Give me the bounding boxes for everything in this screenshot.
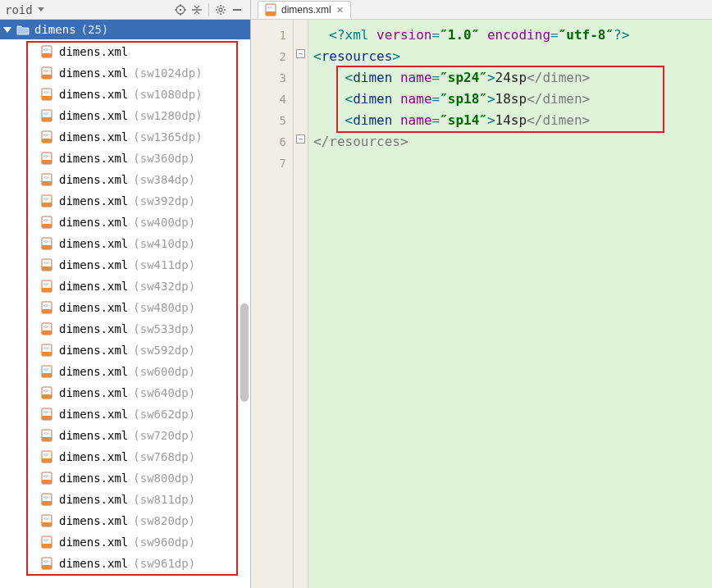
file-name: dimens.xml [59, 386, 128, 399]
file-item[interactable]: <>dimens.xml [0, 41, 250, 62]
expand-icon[interactable] [3, 27, 11, 33]
svg-rect-93 [266, 11, 276, 16]
tab-label: dimens.xml [281, 4, 331, 16]
file-qualifier: (sw400dp) [133, 216, 195, 229]
xml-file-icon: <> [41, 66, 54, 80]
xml-file-icon: <> [265, 3, 276, 16]
svg-rect-48 [42, 267, 52, 271]
xml-file-icon: <> [41, 45, 54, 58]
file-item[interactable]: <>dimens.xml(sw1080dp) [0, 84, 250, 105]
folder-name: dimens [34, 23, 76, 36]
svg-rect-84 [42, 522, 52, 526]
fold-marker-open[interactable]: − [296, 49, 305, 58]
line-number: 2 [251, 46, 293, 67]
svg-rect-39 [42, 203, 52, 207]
file-item[interactable]: <>dimens.xml(sw662dp) [0, 403, 250, 425]
line-number: 1 [251, 25, 293, 46]
scrollbar-thumb[interactable] [240, 303, 249, 402]
fold-marker-close[interactable]: − [296, 134, 305, 144]
svg-rect-36 [42, 181, 52, 185]
file-item[interactable]: <>dimens.xml(sw800dp) [0, 467, 250, 489]
file-qualifier: (sw384dp) [133, 173, 195, 186]
tab-dimens-xml[interactable]: <> dimens.xml ✕ [258, 1, 351, 19]
file-item[interactable]: <>dimens.xml(sw392dp) [0, 190, 250, 212]
svg-rect-51 [42, 288, 52, 292]
file-item[interactable]: <>dimens.xml(sw1280dp) [0, 105, 250, 126]
svg-rect-18 [42, 53, 52, 57]
xml-file-icon: <> [41, 344, 54, 357]
fold-column: − − [294, 20, 308, 588]
file-item[interactable]: <>dimens.xml(sw592dp) [0, 340, 250, 361]
svg-rect-66 [42, 394, 52, 399]
file-qualifier: (sw1080dp) [133, 88, 202, 101]
file-item[interactable]: <>dimens.xml(sw961dp) [0, 553, 250, 574]
file-name: dimens.xml [59, 280, 128, 293]
file-item[interactable]: <>dimens.xml(sw384dp) [0, 169, 250, 190]
file-item[interactable]: <>dimens.xml(sw768dp) [0, 446, 250, 467]
xml-file-icon: <> [41, 386, 54, 399]
code-line: <?xml version=″1.0″ encoding=″utf-8″?> [308, 25, 712, 46]
file-item[interactable]: <>dimens.xml(sw400dp) [0, 212, 250, 233]
xml-file-icon: <> [41, 408, 54, 421]
xml-file-icon: <> [41, 88, 54, 101]
file-item[interactable]: <>dimens.xml(sw600dp) [0, 361, 250, 382]
file-qualifier: (sw410dp) [133, 237, 195, 250]
file-item[interactable]: <>dimens.xml(sw1024dp) [0, 62, 250, 84]
svg-text:<>: <> [267, 5, 272, 10]
svg-text:<>: <> [43, 516, 48, 521]
svg-text:<>: <> [43, 281, 48, 286]
xml-file-icon: <> [41, 536, 54, 549]
file-item[interactable]: <>dimens.xml(sw432dp) [0, 276, 250, 297]
file-name: dimens.xml [59, 109, 128, 122]
svg-text:<>: <> [43, 153, 48, 158]
file-name: dimens.xml [59, 130, 128, 144]
folder-count: (25) [81, 23, 109, 36]
separator [208, 3, 209, 16]
file-name: dimens.xml [59, 450, 128, 463]
file-item[interactable]: <>dimens.xml(sw360dp) [0, 148, 250, 169]
file-name: dimens.xml [59, 216, 128, 229]
file-item[interactable]: <>dimens.xml(sw410dp) [0, 233, 250, 254]
xml-file-icon: <> [41, 365, 54, 378]
file-name: dimens.xml [59, 514, 128, 527]
svg-text:<>: <> [43, 473, 48, 478]
line-number: 6 [251, 131, 293, 153]
file-item[interactable]: <>dimens.xml(sw960dp) [0, 531, 250, 553]
folder-node-dimens[interactable]: dimens (25) [0, 20, 250, 39]
svg-rect-75 [42, 458, 52, 463]
file-item[interactable]: <>dimens.xml(sw640dp) [0, 382, 250, 403]
svg-rect-72 [42, 437, 52, 441]
close-icon[interactable]: ✕ [336, 5, 344, 16]
file-item[interactable]: <>dimens.xml(sw533dp) [0, 318, 250, 340]
file-name: dimens.xml [59, 173, 128, 186]
file-item[interactable]: <>dimens.xml(sw1365dp) [0, 126, 250, 148]
xml-file-icon: <> [41, 130, 54, 144]
svg-rect-45 [42, 245, 52, 249]
file-item[interactable]: <>dimens.xml(sw720dp) [0, 425, 250, 446]
file-name: dimens.xml [59, 429, 128, 442]
code-area[interactable]: <?xml version=″1.0″ encoding=″utf-8″?><r… [308, 20, 712, 588]
gear-icon[interactable] [212, 2, 229, 18]
dropdown-icon[interactable] [38, 7, 44, 11]
target-icon[interactable] [172, 2, 189, 18]
svg-text:<>: <> [43, 303, 48, 308]
file-item[interactable]: <>dimens.xml(sw811dp) [0, 489, 250, 510]
xml-file-icon: <> [41, 194, 54, 207]
xml-file-icon: <> [41, 237, 54, 250]
svg-text:<>: <> [43, 495, 48, 499]
svg-text:<>: <> [43, 537, 48, 542]
code-line [308, 153, 712, 174]
file-name: dimens.xml [59, 258, 128, 271]
line-number: 5 [251, 110, 293, 131]
svg-rect-63 [42, 373, 52, 377]
collapse-icon[interactable] [189, 2, 205, 18]
xml-file-icon: <> [41, 280, 54, 293]
hide-icon[interactable] [229, 2, 245, 18]
file-item[interactable]: <>dimens.xml(sw411dp) [0, 254, 250, 276]
file-item[interactable]: <>dimens.xml(sw820dp) [0, 510, 250, 531]
file-tree[interactable]: <>dimens.xml<>dimens.xml(sw1024dp)<>dime… [0, 39, 250, 588]
svg-rect-30 [42, 139, 52, 143]
file-item[interactable]: <>dimens.xml(sw480dp) [0, 297, 250, 318]
code-editor[interactable]: 1234567 − − <?xml version=″1.0″ encoding… [251, 20, 712, 588]
project-view-label[interactable]: roid [5, 3, 33, 16]
